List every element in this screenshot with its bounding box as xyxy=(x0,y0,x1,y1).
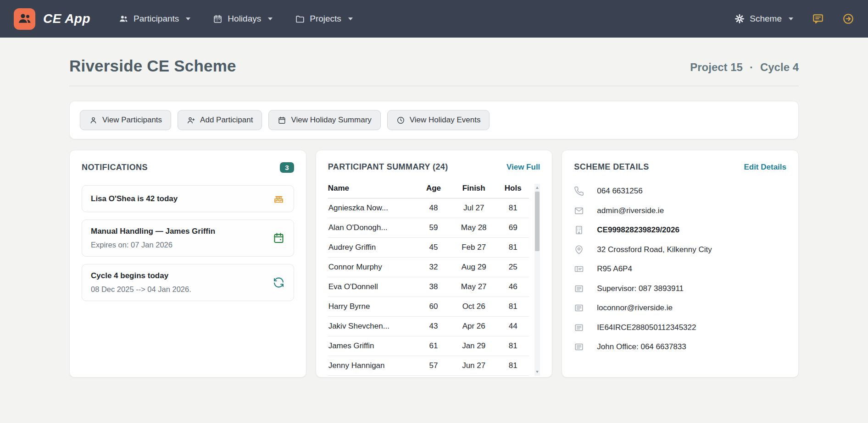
note-icon xyxy=(574,284,584,294)
scheme-menu[interactable]: Scheme xyxy=(734,14,794,24)
view-full-link[interactable]: View Full xyxy=(506,163,540,172)
add-participant-button[interactable]: Add Participant xyxy=(178,110,262,130)
cell-finish: Apr 26 xyxy=(451,317,497,336)
view-holiday-events-button[interactable]: View Holiday Events xyxy=(387,110,490,130)
brand: CE App xyxy=(14,8,90,30)
cell-age: 38 xyxy=(417,277,451,297)
scheme-detail-row: admin@riverside.ie xyxy=(574,206,786,216)
cell-age: 48 xyxy=(417,198,451,218)
birthday-cake-icon xyxy=(273,192,285,205)
cell-name: Harry Byrne xyxy=(328,297,417,317)
gear-icon xyxy=(734,14,745,24)
scheme-details-title: SCHEME DETAILS xyxy=(574,162,649,172)
main-nav: ParticipantsHolidaysProjects xyxy=(119,14,353,24)
notification-title: Cycle 4 begins today xyxy=(91,271,191,280)
cell-hols: 81 xyxy=(497,297,529,317)
scheme-detail-row: 32 Crossford Road, Kilkenny City xyxy=(574,245,786,255)
app-logo[interactable] xyxy=(14,8,35,30)
scrollbar-up-arrow[interactable] xyxy=(536,187,539,189)
notification-subtitle: 08 Dec 2025 --> 04 Jan 2026. xyxy=(91,285,191,294)
cell-name: Jakiv Shevchen... xyxy=(328,317,417,336)
cell-hols: 69 xyxy=(497,218,529,238)
cell-finish: Oct 26 xyxy=(451,297,497,317)
scheme-detail-row: Supervisor: 087 3893911 xyxy=(574,284,786,294)
building-icon xyxy=(574,225,584,235)
scheme-detail-value: 064 6631256 xyxy=(597,187,642,196)
view-holiday-summary-button[interactable]: View Holiday Summary xyxy=(268,110,380,130)
project-cycle-meta: Project 15 · Cycle 4 xyxy=(690,61,799,75)
table-row[interactable]: Alan O'Donogh...59May 2869 xyxy=(328,218,529,238)
notifications-title: NOTIFICATIONS xyxy=(82,163,148,172)
notification-item[interactable]: Cycle 4 begins today08 Dec 2025 --> 04 J… xyxy=(82,264,294,301)
nav-item-participants[interactable]: Participants xyxy=(119,14,191,24)
table-scrollbar[interactable] xyxy=(534,184,540,376)
cell-name: Agnieszka Now... xyxy=(328,198,417,218)
cell-age: 59 xyxy=(417,218,451,238)
scheme-detail-value: John Office: 064 6637833 xyxy=(597,342,686,352)
table-row[interactable]: Eva O'Donnell38May 2746 xyxy=(328,277,529,297)
notifications-list: Lisa O'Shea is 42 todayManual Handling —… xyxy=(82,185,294,301)
scheme-details-header: SCHEME DETAILS Edit Details xyxy=(574,162,786,172)
table-row[interactable]: Audrey Griffin45Feb 2781 xyxy=(328,238,529,258)
table-row[interactable]: Agnieszka Now...48Jul 2781 xyxy=(328,198,529,218)
notifications-count-badge: 3 xyxy=(280,162,294,173)
people-icon xyxy=(119,14,128,24)
scheme-detail-value: admin@riverside.ie xyxy=(597,206,664,215)
scheme-details-card: SCHEME DETAILS Edit Details 064 6631256a… xyxy=(562,150,799,378)
cell-age: 32 xyxy=(417,258,451,277)
column-header-hols: Hols xyxy=(497,184,529,198)
table-row[interactable]: Jenny Hannigan57Jun 2781 xyxy=(328,356,529,376)
note-icon xyxy=(574,303,584,313)
app-title: CE App xyxy=(43,11,90,26)
cell-hols: 25 xyxy=(497,258,529,277)
scheme-menu-label: Scheme xyxy=(750,14,782,24)
chevron-down-icon xyxy=(267,17,273,21)
cell-name: James Griffin xyxy=(328,336,417,356)
participant-table-wrap: NameAgeFinishHols Agnieszka Now...48Jul … xyxy=(328,184,540,376)
scheme-detail-value: 32 Crossford Road, Kilkenny City xyxy=(597,245,712,254)
nav-item-projects[interactable]: Projects xyxy=(295,14,353,24)
scrollbar-down-arrow[interactable] xyxy=(536,371,539,373)
scheme-detail-value: R95 A6P4 xyxy=(597,264,632,274)
table-row[interactable]: James Griffin61Jan 2981 xyxy=(328,336,529,356)
chevron-down-icon xyxy=(788,17,794,21)
main-content: Riverside CE Scheme Project 15 · Cycle 4… xyxy=(69,38,799,378)
notification-item[interactable]: Manual Handling — James GriffinExpires o… xyxy=(82,220,294,257)
notification-subtitle: Expires on: 07 Jan 2026 xyxy=(91,241,215,249)
scrollbar-thumb[interactable] xyxy=(535,192,540,251)
folder-icon xyxy=(295,14,305,24)
table-header-row: NameAgeFinishHols xyxy=(328,184,529,198)
comment-button[interactable] xyxy=(812,13,824,25)
cycle-label: Cycle 4 xyxy=(760,61,799,74)
phone-icon xyxy=(574,186,584,196)
calendar-dots-icon xyxy=(213,14,223,24)
cell-age: 57 xyxy=(417,356,451,376)
cell-name: Audrey Griffin xyxy=(328,238,417,258)
view-participants-button[interactable]: View Participants xyxy=(80,110,171,130)
table-row[interactable]: Jakiv Shevchen...43Apr 2644 xyxy=(328,317,529,336)
edit-details-link[interactable]: Edit Details xyxy=(744,163,786,172)
scheme-detail-row: R95 A6P4 xyxy=(574,264,786,274)
button-label: View Participants xyxy=(102,115,162,125)
notifications-card: NOTIFICATIONS 3 Lisa O'Shea is 42 todayM… xyxy=(69,150,306,378)
button-label: View Holiday Summary xyxy=(291,115,371,125)
scheme-detail-row: 064 6631256 xyxy=(574,186,786,196)
nav-item-label: Holidays xyxy=(228,14,261,24)
logout-button[interactable] xyxy=(842,13,854,25)
comment-icon xyxy=(812,13,824,25)
quick-actions-card: View ParticipantsAdd ParticipantView Hol… xyxy=(69,101,799,139)
cell-finish: May 28 xyxy=(451,218,497,238)
participant-summary-card: PARTICIPANT SUMMARY (24) View Full NameA… xyxy=(316,150,553,378)
page-title: Riverside CE Scheme xyxy=(69,57,236,75)
cell-age: 43 xyxy=(417,317,451,336)
id-card-icon xyxy=(574,264,584,274)
title-divider xyxy=(69,86,799,86)
project-label: Project 15 xyxy=(690,61,743,74)
navbar: CE App ParticipantsHolidaysProjects Sche… xyxy=(0,0,868,38)
nav-item-holidays[interactable]: Holidays xyxy=(213,14,273,24)
notification-item[interactable]: Lisa O'Shea is 42 today xyxy=(82,185,294,212)
cycle-refresh-icon xyxy=(273,276,285,289)
table-row[interactable]: Connor Murphy32Aug 2925 xyxy=(328,258,529,277)
scheme-detail-row: loconnor@riverside.ie xyxy=(574,303,786,313)
table-row[interactable]: Harry Byrne60Oct 2681 xyxy=(328,297,529,317)
